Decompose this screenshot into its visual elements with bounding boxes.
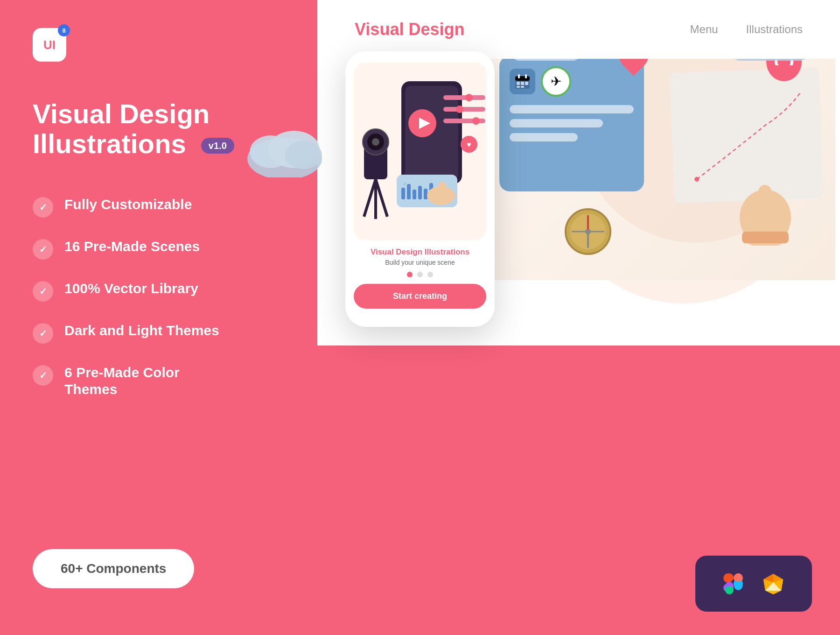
check-circle: ✓ (33, 323, 53, 344)
phone-mockup: ♥ ♪ (345, 51, 495, 327)
hand-pointer (733, 162, 798, 247)
svg-rect-18 (401, 188, 405, 199)
check-icon: ✓ (39, 328, 47, 339)
calendar-card: ✈ ♥ (499, 56, 644, 191)
cta-button[interactable]: 60+ Components (33, 549, 194, 588)
check-circle: ✓ (33, 365, 53, 386)
left-panel: UI 8 Visual Design Illustrations v1.0 ✓ … (0, 0, 317, 635)
dot-active (407, 272, 413, 277)
flight-badge: ✈ (541, 66, 571, 97)
phone-card-info: Visual Design Illustrations Build your u… (354, 247, 486, 266)
svg-rect-49 (517, 86, 520, 88)
svg-line-31 (364, 179, 376, 217)
svg-rect-43 (515, 76, 530, 81)
svg-rect-19 (407, 184, 411, 199)
figma-icon (721, 571, 747, 597)
svg-rect-61 (742, 232, 789, 243)
dot-inactive (417, 272, 423, 277)
feature-text: 16 Pre-Made Scenes (64, 238, 200, 255)
tools-badge (695, 556, 812, 612)
svg-point-79 (725, 586, 734, 594)
nav-link-illustrations[interactable]: Illustrations (746, 23, 803, 36)
cloud-left-icon (243, 121, 327, 177)
svg-rect-50 (521, 86, 524, 88)
svg-text:♪: ♪ (404, 181, 406, 186)
phone-illustration-area: ♥ ♪ (354, 63, 486, 240)
nav-links: Menu Illustrations (690, 23, 803, 36)
svg-rect-45 (525, 74, 527, 78)
svg-rect-44 (518, 74, 520, 78)
svg-rect-76 (734, 573, 742, 582)
svg-rect-26 (439, 182, 446, 196)
svg-point-11 (472, 117, 480, 125)
hand-pointer-svg (733, 162, 798, 246)
app-nav-logo: Visual Design (355, 20, 464, 39)
desktop-scene: ✈ ♥ (481, 33, 840, 341)
right-panel: Visual Design Menu Illustrations (317, 0, 840, 635)
logo: UI 8 (33, 28, 285, 62)
svg-rect-59 (774, 201, 785, 225)
check-icon: ✓ (39, 286, 47, 297)
svg-rect-58 (758, 185, 771, 218)
svg-rect-46 (517, 82, 520, 85)
flight-icon: ✈ (551, 74, 561, 89)
svg-text:♥: ♥ (467, 141, 471, 148)
svg-point-9 (456, 106, 463, 113)
feature-text: Fully Customizable (64, 196, 192, 213)
logo-text: UI (43, 38, 56, 52)
feature-item: ✓ Dark and Light Themes (33, 322, 285, 344)
features-list: ✓ Fully Customizable ✓ 16 Pre-Made Scene… (33, 196, 285, 398)
app-navbar: Visual Design Menu Illustrations (317, 0, 840, 59)
calendar-rows (510, 105, 634, 141)
feature-item: ✓ 6 Pre-Made ColorThemes (33, 364, 285, 398)
sketch-icon (761, 571, 786, 597)
calendar-row (510, 119, 603, 127)
check-circle: ✓ (33, 239, 53, 260)
calendar-row (510, 133, 578, 141)
dot-inactive (427, 272, 433, 277)
phone-illustration-svg: ♥ ♪ (355, 72, 485, 231)
svg-line-33 (376, 179, 387, 217)
feature-item: ✓ 100% Vector Library (33, 280, 285, 302)
svg-rect-48 (525, 82, 528, 85)
compass (565, 208, 611, 257)
calendar-row (510, 105, 634, 113)
check-icon: ✓ (39, 244, 47, 255)
svg-rect-75 (725, 573, 734, 582)
feature-item: ✓ 16 Pre-Made Scenes (33, 238, 285, 260)
feature-text: 6 Pre-Made ColorThemes (64, 364, 180, 398)
svg-rect-22 (424, 189, 427, 199)
compass-svg (565, 208, 611, 255)
check-icon: ✓ (39, 202, 47, 213)
logo-shape: UI 8 (33, 28, 66, 62)
phone-card-title: Visual Design Illustrations (354, 247, 486, 257)
carousel-dots (354, 272, 486, 277)
svg-point-3 (285, 141, 322, 169)
svg-point-78 (734, 582, 742, 590)
monitor-screen: ✈ ♥ (481, 33, 835, 280)
feature-text: 100% Vector Library (64, 280, 198, 297)
feature-text: Dark and Light Themes (64, 322, 219, 339)
svg-rect-20 (413, 190, 416, 199)
check-icon: ✓ (39, 370, 47, 381)
svg-rect-60 (742, 206, 753, 229)
feature-item: ✓ Fully Customizable (33, 196, 285, 218)
check-circle: ✓ (33, 197, 53, 218)
svg-rect-6 (443, 95, 485, 100)
check-circle: ✓ (33, 281, 53, 302)
start-creating-button[interactable]: Start creating (354, 284, 486, 309)
logo-badge: 8 (58, 24, 70, 36)
cloud-decoration (243, 121, 327, 179)
calendar-icon-svg (514, 73, 531, 90)
calendar-header: ✈ (510, 66, 634, 97)
svg-rect-21 (418, 186, 422, 199)
svg-rect-8 (443, 107, 485, 112)
map-area (644, 42, 821, 247)
svg-point-30 (372, 138, 379, 146)
svg-point-64 (585, 229, 591, 234)
svg-rect-47 (521, 82, 524, 85)
version-badge: v1.0 (201, 138, 234, 154)
calendar-icon (510, 69, 535, 94)
phone-card-subtitle: Build your unique scene (354, 259, 486, 266)
nav-link-menu[interactable]: Menu (690, 23, 718, 36)
